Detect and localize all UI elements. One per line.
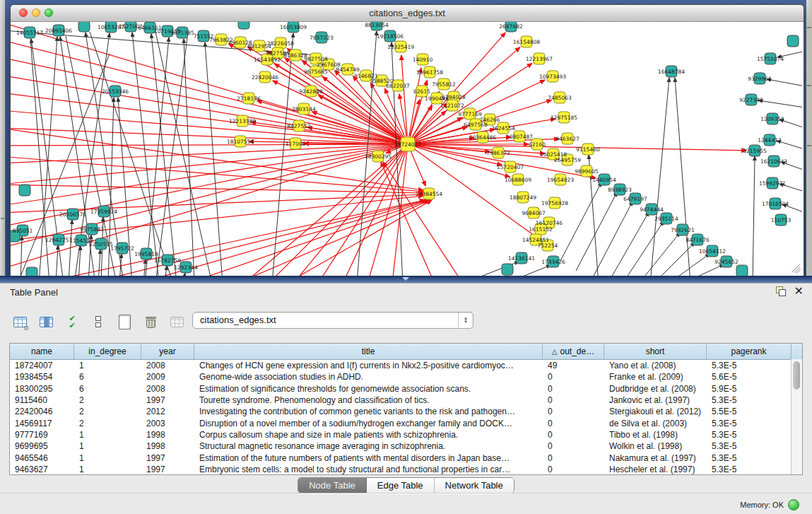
graph-node-teal[interactable]	[736, 265, 748, 276]
graph-edge[interactable]	[165, 266, 167, 276]
cell-short: Jankovic et al. (1997)	[604, 395, 707, 405]
graph-node-label: 752254	[538, 243, 558, 249]
graph-edge[interactable]	[11, 144, 408, 185]
table-row[interactable]: 1456911722003Disruption of a novel membe…	[10, 417, 802, 428]
graph-edge[interactable]	[286, 200, 432, 276]
graph-edge[interactable]	[205, 42, 223, 276]
graph-node-label: 8427552	[287, 123, 311, 129]
column-header-out_de[interactable]: △out_de…	[543, 344, 604, 359]
table-row[interactable]: 1830029562008Estimation of significance …	[10, 383, 802, 395]
tab-edge-table[interactable]: Edge Table	[367, 478, 435, 493]
graph-node-teal[interactable]	[502, 264, 513, 275]
column-header-year[interactable]: year	[141, 344, 194, 359]
table-settings-icon[interactable]: ⚙	[10, 312, 30, 332]
close-panel-icon[interactable]: ✕	[794, 286, 804, 296]
table-row[interactable]: 946362711997Embryonic stem cells: a mode…	[10, 464, 802, 475]
table-body: 1872400712008Changes of HCN gene express…	[10, 360, 802, 475]
divider-handle-icon[interactable]	[402, 277, 409, 281]
graph-node-label: 26495759	[554, 157, 581, 163]
graph-edge[interactable]	[184, 39, 194, 276]
graph-edge[interactable]	[753, 156, 755, 276]
graph-edge[interactable]	[56, 245, 58, 276]
attribute-table: namein_degreeyeartitle△out_de…shortpager…	[9, 343, 803, 475]
table-row[interactable]: 1872400712008Changes of HCN gene express…	[10, 360, 802, 371]
graph-edge[interactable]	[767, 79, 802, 87]
column-header-short[interactable]: short	[604, 344, 707, 359]
delete-trash-icon[interactable]	[141, 312, 160, 332]
graph-node-teal[interactable]	[19, 185, 30, 196]
vertical-scrollbar[interactable]	[791, 359, 802, 474]
column-header-in_degree[interactable]: in_degree	[74, 344, 141, 359]
graph-node-label: 751552	[194, 33, 214, 40]
graph-node-label: 9675685	[304, 69, 328, 75]
graph-edge[interactable]	[650, 78, 669, 276]
float-window-icon[interactable]	[776, 286, 786, 296]
graph-edge[interactable]	[98, 250, 100, 276]
graph-node-label: 10973493	[539, 74, 566, 80]
graph-node-teal[interactable]	[238, 22, 249, 29]
cell-title: Embryonic stem cells: a model to study s…	[194, 465, 543, 474]
graph-edge[interactable]	[675, 78, 690, 276]
table-selector-dropdown[interactable]: citations_edges.txt ▲▼	[192, 312, 473, 329]
graph-node-label: 15720407	[497, 164, 524, 170]
new-document-icon[interactable]	[114, 312, 134, 332]
graph-node-teal[interactable]	[26, 267, 37, 276]
network-graph[interactable]: 1872400719384554183002957963822896012889…	[11, 22, 802, 276]
graph-node-teal[interactable]	[787, 35, 799, 47]
cell-in_degree: 1	[74, 361, 141, 370]
panel-divider[interactable]	[0, 276, 812, 283]
scrollbar-thumb[interactable]	[793, 361, 800, 390]
graph-edge[interactable]	[592, 201, 632, 276]
graph-node-label: 15992971	[759, 180, 786, 187]
tab-node-table[interactable]: Node Table	[298, 478, 367, 493]
graph-edge[interactable]	[11, 144, 408, 146]
column-header-name[interactable]: name	[10, 344, 74, 359]
cell-name: 9699695	[10, 441, 74, 451]
cell-pagerank: 5.9E-5	[707, 384, 792, 394]
table-row[interactable]: 946554611997Estimation of the future num…	[10, 452, 802, 463]
tab-network-table[interactable]: Network Table	[435, 478, 514, 493]
graph-edge[interactable]	[411, 151, 425, 186]
cell-title: Disruption of a novel member of a sodium…	[194, 419, 543, 428]
column-header-pagerank[interactable]: pagerank	[707, 344, 792, 359]
graph-node-teal[interactable]	[78, 22, 90, 32]
cell-short: de Silva et al. (2003)	[604, 419, 707, 428]
graph-node-label: 2935114	[654, 216, 678, 222]
graph-edge[interactable]	[608, 212, 649, 276]
right-panel-edge[interactable]	[806, 0, 812, 283]
row-height-icon[interactable]	[88, 312, 108, 332]
graph-node-label: 9245652	[714, 259, 739, 265]
show-column-icon[interactable]	[36, 312, 56, 332]
column-header-title[interactable]: title	[194, 344, 543, 359]
left-panel-edge[interactable]	[0, 0, 6, 283]
graph-edge[interactable]	[244, 144, 408, 276]
graph-node-label: 1209358	[760, 116, 784, 122]
select-columns-icon[interactable]: ✔✔	[62, 312, 82, 332]
graph-node-label: 8813054	[365, 22, 389, 28]
graph-edge[interactable]	[20, 236, 22, 276]
graph-edge[interactable]	[623, 221, 664, 276]
network-canvas[interactable]: 1872400719384554183002957963822896012889…	[11, 22, 802, 276]
table-row[interactable]: 911546021997Tourette syndrome. Phenomeno…	[10, 395, 802, 406]
cell-name: 9115460	[10, 395, 74, 405]
graph-edge[interactable]	[639, 233, 680, 276]
graph-edge[interactable]	[11, 144, 408, 163]
graph-edge[interactable]	[143, 259, 146, 276]
cell-title: Corpus callosum shape and size in male p…	[194, 430, 543, 440]
graph-edge[interactable]	[187, 200, 429, 276]
graph-edge[interactable]	[11, 185, 423, 193]
graph-edge[interactable]	[11, 40, 408, 144]
table-row[interactable]: 977716911998Corpus callosum shape and si…	[10, 429, 802, 440]
window-titlebar[interactable]: citations_edges.txt	[11, 5, 804, 22]
graph-node-label: 1250515	[89, 241, 113, 247]
resize-grip-icon[interactable]	[789, 262, 800, 274]
table-row[interactable]: 969969511998Structural magnetic resonanc…	[10, 440, 802, 452]
cell-pagerank: 5.3E-5	[707, 465, 792, 474]
graph-edge[interactable]	[381, 162, 435, 276]
table-row[interactable]: 1938455462009Genome-wide association stu…	[10, 371, 802, 382]
graph-edge[interactable]	[758, 100, 802, 108]
table-row[interactable]: 2242004622012Investigating the contribut…	[10, 406, 802, 417]
graph-node-label: 20153346	[102, 88, 129, 95]
graph-edge[interactable]	[560, 182, 601, 261]
graph-edge[interactable]	[88, 200, 426, 276]
